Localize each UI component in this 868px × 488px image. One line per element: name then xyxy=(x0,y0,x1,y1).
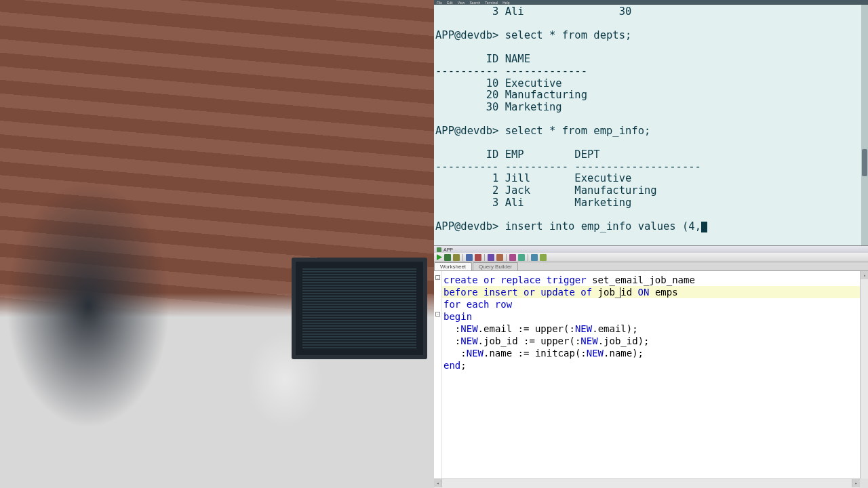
terminal-output[interactable]: 3 Ali 30 APP@devdb> select * from depts;… xyxy=(434,5,868,245)
app-icon xyxy=(437,247,441,252)
tab-worksheet[interactable]: Worksheet xyxy=(434,262,472,270)
window-title: APP xyxy=(443,247,453,252)
fold-marker-icon[interactable]: - xyxy=(435,312,440,317)
divider: ---------- ---------- ------------------… xyxy=(435,161,701,173)
clear-icon[interactable] xyxy=(518,254,525,261)
sql-editor[interactable]: - - create or replace trigger set_email_… xyxy=(434,271,868,488)
menu-help[interactable]: Help xyxy=(502,1,509,4)
menu-file[interactable]: File xyxy=(437,1,442,4)
menu-search[interactable]: Search xyxy=(469,1,480,4)
sqldev-toolbar xyxy=(434,253,868,262)
terminal-menubar[interactable]: File Edit View Search Terminal Help xyxy=(434,0,868,5)
photo-monitor xyxy=(292,258,427,359)
autotrace-icon[interactable] xyxy=(496,254,503,261)
separator-icon xyxy=(484,254,485,261)
editor-content[interactable]: create or replace trigger set_email_job_… xyxy=(443,274,859,371)
snippets-icon[interactable] xyxy=(531,254,538,261)
cmd-depts: select * from depts; xyxy=(505,29,632,41)
cmd-insert: insert into emp_info values (4, xyxy=(505,220,701,232)
divider: ---------- ------------- xyxy=(435,65,587,77)
scroll-corner xyxy=(860,479,868,488)
terminal-window: File Edit View Search Terminal Help 3 Al… xyxy=(434,0,868,245)
prompt: APP@devdb> xyxy=(435,220,498,232)
sql-history-icon[interactable] xyxy=(509,254,516,261)
autocommit-icon[interactable] xyxy=(466,254,473,261)
run-script-icon[interactable] xyxy=(444,254,451,261)
scroll-left-icon[interactable]: ◂ xyxy=(434,479,442,487)
editor-cursor xyxy=(620,287,620,298)
rollback-icon[interactable] xyxy=(475,254,481,261)
format-icon[interactable] xyxy=(540,254,547,261)
sqldev-tabstrip: Worksheet Query Builder xyxy=(434,262,868,271)
commit-icon[interactable] xyxy=(453,254,460,261)
separator-icon xyxy=(462,254,463,261)
cmd-empinfo: select * from emp_info; xyxy=(505,125,651,137)
tab-querybuilder[interactable]: Query Builder xyxy=(473,262,518,270)
sqldev-window: APP Worksheet Query Builder - - create o… xyxy=(434,245,868,488)
scroll-right-icon[interactable]: ▸ xyxy=(852,479,860,487)
terminal-scrollbar[interactable] xyxy=(861,5,868,245)
editor-gutter: - - xyxy=(434,271,442,488)
run-icon[interactable] xyxy=(437,254,442,260)
row-prev: 3 Ali 30 xyxy=(435,5,631,18)
menu-terminal[interactable]: Terminal xyxy=(485,1,498,4)
scroll-up-icon[interactable]: ▴ xyxy=(861,271,868,279)
background-photo xyxy=(0,0,434,488)
prompt: APP@devdb> xyxy=(435,29,498,41)
separator-icon xyxy=(528,254,528,261)
horizontal-scrollbar[interactable]: ◂ ▸ xyxy=(434,479,860,488)
menu-edit[interactable]: Edit xyxy=(447,1,453,4)
separator-icon xyxy=(506,254,507,261)
prompt: APP@devdb> xyxy=(435,125,498,137)
menu-view[interactable]: View xyxy=(458,1,465,4)
scrollbar-thumb[interactable] xyxy=(862,149,867,176)
fold-marker-icon[interactable]: - xyxy=(435,275,440,280)
explain-icon[interactable] xyxy=(488,254,494,261)
sqldev-titlebar[interactable]: APP xyxy=(434,246,868,253)
vertical-scrollbar[interactable]: ▴ xyxy=(860,271,868,479)
terminal-cursor xyxy=(701,222,707,232)
